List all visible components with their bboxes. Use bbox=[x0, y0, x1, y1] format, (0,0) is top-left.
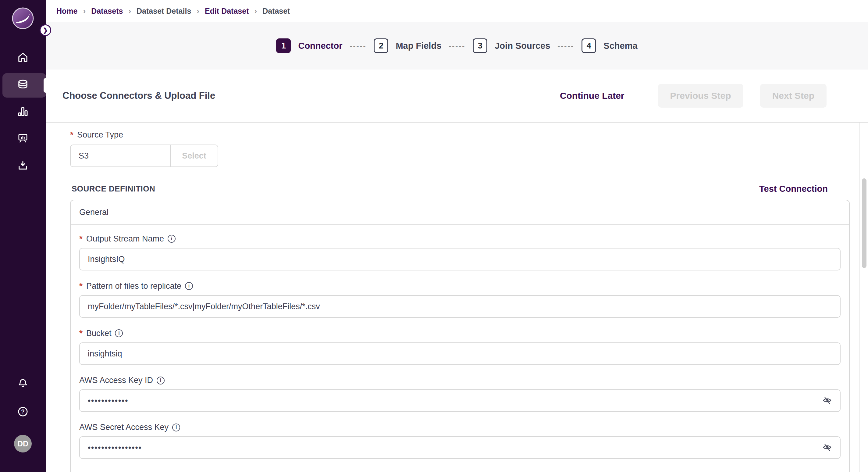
info-icon[interactable]: i bbox=[172, 423, 180, 432]
breadcrumb-edit-dataset[interactable]: Edit Dataset bbox=[205, 7, 249, 16]
svg-text:?: ? bbox=[21, 408, 24, 415]
general-panel: General * Output Stream Name i bbox=[70, 200, 850, 472]
aws-access-key-id-inputwrap bbox=[79, 389, 841, 412]
home-icon bbox=[17, 51, 29, 65]
app-window: ❯ bbox=[0, 0, 868, 472]
downloads-tray-icon bbox=[17, 159, 29, 173]
required-asterisk: * bbox=[79, 328, 83, 338]
sidebar-item-datasets[interactable] bbox=[0, 73, 46, 97]
step-4-schema[interactable]: 4 bbox=[582, 38, 596, 53]
step-number: 1 bbox=[281, 41, 286, 51]
step-3-label: Join Sources bbox=[495, 41, 550, 51]
pattern-of-files-label: * Pattern of files to replicate i bbox=[79, 281, 841, 291]
pattern-of-files-input[interactable] bbox=[79, 295, 841, 318]
presentation-board-icon bbox=[17, 132, 29, 146]
output-stream-name-label: * Output Stream Name i bbox=[79, 234, 841, 244]
sidebar-item-help[interactable]: ? bbox=[0, 400, 46, 424]
field-label-text: Output Stream Name bbox=[86, 234, 164, 244]
field-label-text: Bucket bbox=[86, 329, 112, 338]
active-item-indicator bbox=[43, 78, 48, 93]
previous-step-button[interactable]: Previous Step bbox=[658, 84, 743, 108]
form-scroll-area: * Source Type S3 Select SOURCE DEFINITIO… bbox=[46, 122, 868, 472]
toggle-secret-key-visibility-button[interactable] bbox=[820, 441, 834, 454]
page-title: Choose Connectors & Upload File bbox=[62, 90, 215, 101]
breadcrumb-dataset: Dataset bbox=[262, 7, 290, 16]
breadcrumb-separator: › bbox=[196, 6, 199, 16]
general-panel-title: General bbox=[79, 208, 108, 217]
aws-secret-access-key-label: AWS Secret Access Key i bbox=[79, 422, 841, 432]
brand-logo[interactable] bbox=[11, 7, 34, 30]
test-connection-button[interactable]: Test Connection bbox=[759, 184, 828, 194]
info-icon[interactable]: i bbox=[167, 235, 176, 243]
toggle-access-key-visibility-button[interactable] bbox=[820, 394, 834, 407]
breadcrumb-separator: › bbox=[254, 6, 257, 16]
aws-access-key-id-field: AWS Access Key ID i bbox=[79, 376, 841, 412]
info-icon[interactable]: i bbox=[185, 282, 193, 290]
source-definition-title: SOURCE DEFINITION bbox=[72, 184, 155, 194]
source-type-select-button[interactable]: Select bbox=[170, 145, 218, 167]
sidebar-item-home[interactable] bbox=[0, 46, 46, 70]
bell-icon bbox=[17, 377, 29, 391]
step-1-connector[interactable]: 1 bbox=[276, 38, 291, 53]
source-type-group: S3 Select bbox=[70, 145, 218, 167]
step-connector-dashes: ----- bbox=[448, 41, 465, 50]
field-label-text: AWS Secret Access Key bbox=[79, 422, 168, 432]
sidebar-item-playground[interactable] bbox=[0, 126, 46, 151]
eye-slash-icon bbox=[822, 442, 832, 453]
step-number: 4 bbox=[587, 41, 591, 51]
chevron-right-icon: ❯ bbox=[43, 27, 48, 34]
required-asterisk: * bbox=[70, 130, 73, 140]
aws-access-key-id-input[interactable] bbox=[79, 389, 841, 412]
header-actions: Continue Later Previous Step Next Step bbox=[560, 84, 827, 108]
step-1-label: Connector bbox=[298, 41, 342, 51]
pattern-of-files-field: * Pattern of files to replicate i bbox=[79, 281, 841, 318]
sidebar-expand-button[interactable]: ❯ bbox=[40, 24, 51, 36]
step-connector-dashes: ----- bbox=[557, 41, 574, 50]
source-definition-row: SOURCE DEFINITION Test Connection bbox=[70, 184, 850, 194]
bucket-field: * Bucket i bbox=[79, 328, 841, 365]
wizard-stepper: 1 Connector ----- 2 Map Fields ----- 3 J… bbox=[276, 38, 637, 53]
output-stream-name-field: * Output Stream Name i bbox=[79, 234, 841, 270]
breadcrumb-separator: › bbox=[83, 6, 86, 16]
step-number: 3 bbox=[478, 41, 483, 51]
field-label-text: AWS Access Key ID bbox=[79, 376, 153, 385]
analytics-bars-icon bbox=[17, 105, 29, 119]
next-step-button[interactable]: Next Step bbox=[760, 84, 827, 108]
aws-secret-access-key-input[interactable] bbox=[79, 436, 841, 459]
output-stream-name-input[interactable] bbox=[79, 248, 841, 270]
aws-secret-access-key-field: AWS Secret Access Key i bbox=[79, 422, 841, 459]
user-avatar[interactable]: DD bbox=[14, 435, 32, 452]
stepper-band: 1 Connector ----- 2 Map Fields ----- 3 J… bbox=[46, 22, 868, 69]
step-2-map-fields[interactable]: 2 bbox=[374, 38, 388, 53]
general-panel-body: * Output Stream Name i * Pattern of file… bbox=[71, 225, 849, 459]
step-2-label: Map Fields bbox=[396, 41, 441, 51]
source-type-value[interactable]: S3 bbox=[71, 145, 170, 167]
breadcrumb: Home › Datasets › Dataset Details › Edit… bbox=[46, 0, 868, 22]
step-connector-dashes: ----- bbox=[349, 41, 366, 50]
sidebar-item-downloads[interactable] bbox=[0, 154, 46, 178]
connector-form: * Source Type S3 Select SOURCE DEFINITIO… bbox=[70, 130, 850, 472]
source-type-label-text: Source Type bbox=[77, 130, 123, 140]
info-icon[interactable]: i bbox=[115, 329, 123, 337]
step-4-label: Schema bbox=[603, 41, 637, 51]
step-3-join-sources[interactable]: 3 bbox=[473, 38, 487, 53]
aws-access-key-id-label: AWS Access Key ID i bbox=[79, 376, 841, 385]
content-header: Choose Connectors & Upload File Continue… bbox=[46, 69, 868, 122]
required-asterisk: * bbox=[79, 281, 83, 291]
sidebar-item-notifications[interactable] bbox=[0, 372, 46, 396]
continue-later-button[interactable]: Continue Later bbox=[560, 91, 624, 101]
aws-secret-access-key-inputwrap bbox=[79, 436, 841, 459]
field-label-text: Pattern of files to replicate bbox=[86, 282, 181, 291]
breadcrumb-home[interactable]: Home bbox=[56, 7, 78, 16]
step-number: 2 bbox=[379, 41, 383, 51]
info-icon[interactable]: i bbox=[157, 377, 164, 384]
bucket-label: * Bucket i bbox=[79, 328, 841, 338]
avatar-initials: DD bbox=[18, 439, 28, 448]
sidebar-item-analytics[interactable] bbox=[0, 100, 46, 124]
breadcrumb-dataset-details: Dataset Details bbox=[136, 7, 191, 16]
breadcrumb-separator: › bbox=[128, 6, 131, 16]
scrollbar-thumb[interactable] bbox=[862, 178, 866, 268]
bucket-input[interactable] bbox=[79, 343, 841, 365]
help-question-icon: ? bbox=[17, 405, 29, 419]
breadcrumb-datasets[interactable]: Datasets bbox=[91, 7, 123, 16]
